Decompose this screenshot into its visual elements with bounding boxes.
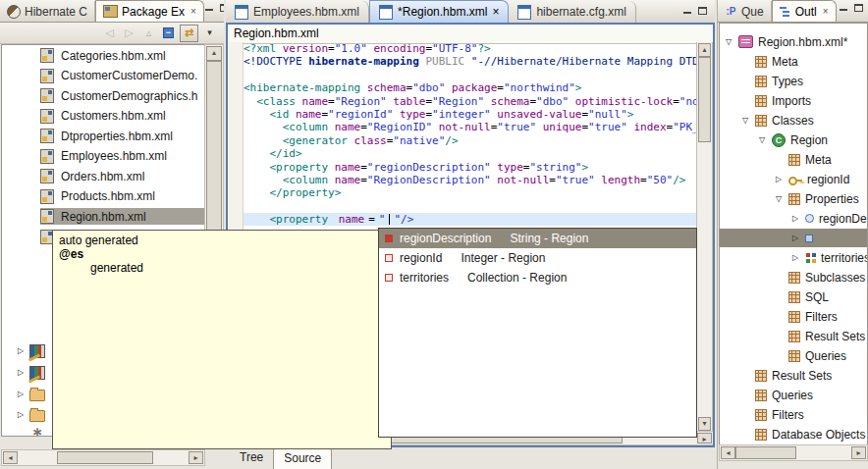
expand-icon[interactable]: ▷ [16,346,26,355]
file-item-customers-hbm-xml[interactable]: Customers.hbm.xml [2,107,205,126]
outline-item-imports[interactable]: Imports [720,91,867,110]
grid-icon [755,56,767,68]
outline-item-classes[interactable]: ▽Classes [720,111,867,130]
up-icon[interactable]: ▵ [140,26,157,41]
grid-icon [788,193,800,205]
outline-item-meta[interactable]: Meta [720,150,867,169]
completion-doc-tooltip: auto generated @es generated [52,230,392,449]
maximize-icon[interactable] [853,3,864,13]
outline-item-region-hbm-xml[interactable]: ▽Region.hbm.xml* [720,32,867,51]
view-tab-que[interactable]: Que [718,1,772,22]
minimize-icon[interactable] [204,3,215,13]
page-tab-source[interactable]: Source [273,447,332,469]
scroll-right-icon[interactable]: ▸ [189,451,203,464]
scrollbar-thumb[interactable] [698,57,711,142]
expand-icon[interactable]: ▷ [774,175,784,183]
editor-tab-region-hbm-xml[interactable]: *Region.hbm.xml× [369,0,509,23]
left-tree-horizontal-scrollbar[interactable]: ◂ ▸ [1,449,205,466]
outline-item-filters[interactable]: Filters [720,307,867,326]
code-line: <generator class="native"/> [244,134,697,147]
close-icon[interactable]: × [823,6,829,17]
outline-item-regiondescription[interactable]: ▷regionDescription [720,209,867,228]
hbm-file-icon [40,129,54,143]
outline-item-result-sets[interactable]: Result Sets [720,366,867,385]
outline-horizontal-scrollbar[interactable]: ◂ ▸ [719,444,868,461]
class-icon [772,133,786,147]
grid-icon [755,409,767,421]
expand-icon[interactable]: ▷ [16,390,26,398]
tab-label: Outl [795,5,817,19]
editor-vertical-scrollbar[interactable]: ▴ ▾ [696,42,713,432]
completion-item-regiondescription[interactable]: regionDescriptionString - Region [379,229,696,248]
xml-file-icon [235,5,248,20]
outline-item-region[interactable]: ▽Region [720,130,867,149]
outline-item-properties[interactable]: ▽Properties [720,189,867,208]
scroll-right-icon[interactable]: ▸ [697,433,712,443]
scroll-right-icon[interactable]: ▸ [851,446,866,459]
scroll-left-icon[interactable]: ◂ [3,451,18,464]
file-item-orders-hbm-xml[interactable]: Orders.hbm.xml [2,167,205,185]
page-tab-tree[interactable]: Tree [230,447,273,469]
back-icon[interactable]: ◁ [101,26,118,41]
view-menu-icon[interactable]: ▾ [201,26,218,41]
expand-icon[interactable]: ▷ [16,368,26,377]
view-tab-hibernate-c[interactable]: Hibernate C [0,1,95,22]
editor-tab-hibernate-cfg-xml[interactable]: hibernate.cfg.xml [509,1,635,23]
outline-item-filters[interactable]: Filters [720,405,867,424]
outline-item-result-sets[interactable]: Result Sets [720,327,867,345]
editor-breadcrumb: Region.hbm.xml [228,25,713,44]
outline-item-new-property[interactable]: ▷ [720,229,867,247]
close-icon[interactable]: × [492,5,499,19]
outline-item-queries[interactable]: Queries [720,386,867,404]
outline-item-territories[interactable]: ▷territories [720,248,867,267]
completion-item-territories[interactable]: territoriesCollection - Region [379,268,696,287]
outline-item-types[interactable]: Types [720,72,867,90]
collapse-icon[interactable]: ▽ [774,194,784,203]
scrollbar-thumb[interactable] [57,451,153,464]
code-line: <hibernate-mapping schema="dbo" package=… [244,81,697,94]
collapse-icon[interactable]: ▽ [757,135,767,144]
completion-item-regionid[interactable]: regionIdInteger - Region [379,248,696,268]
link-with-editor-icon[interactable]: ⇄ [180,25,198,42]
expand-icon[interactable]: ▷ [16,410,26,419]
grid-icon [788,291,800,303]
file-item-employees-hbm-xml[interactable]: Employees.hbm.xml [2,147,205,166]
outline-item-regionid[interactable]: ▷regionId [720,170,867,188]
file-item-customerdemographics-h[interactable]: CustomerDemographics.h [2,86,205,105]
scroll-left-icon[interactable]: ◂ [721,446,735,459]
code-line [244,69,697,81]
forward-icon[interactable]: ▷ [121,26,137,41]
file-item-categories-hbm-xml[interactable]: Categories.hbm.xml [2,46,205,65]
outline-item-queries[interactable]: Queries [720,346,867,365]
file-item-customercustomerdemo[interactable]: CustomerCustomerDemo. [2,67,205,85]
collapse-icon[interactable]: ▽ [724,37,733,46]
minimize-icon[interactable] [682,6,693,16]
expand-icon[interactable]: ▷ [790,253,800,262]
outline-item-sql[interactable]: SQL [720,287,867,306]
grid-icon [755,95,767,107]
editor-tab-employees-hbm-xml[interactable]: Employees.hbm.xml [226,1,369,23]
library-icon [29,366,45,380]
scrollbar-thumb[interactable] [735,446,796,459]
close-icon[interactable]: × [190,6,196,17]
maximize-icon[interactable] [697,6,708,16]
file-item-products-hbm-xml[interactable]: Products.hbm.xml [2,187,205,206]
grid-icon [755,115,767,127]
minimize-icon[interactable] [839,3,849,13]
folder-icon [29,390,45,401]
scroll-down-icon[interactable]: ▾ [698,417,711,431]
collapse-icon[interactable]: ▽ [740,116,750,125]
outline-label: territories [821,251,868,265]
expand-icon[interactable]: ▷ [790,234,800,242]
file-item-region-hbm-xml[interactable]: Region.hbm.xml [2,207,205,226]
view-tab-outl[interactable]: Outl× [772,0,837,22]
expand-icon[interactable]: ▷ [790,214,800,223]
file-item-dtproperties-hbm-xml[interactable]: Dtproperties.hbm.xml [2,127,205,145]
view-tab-package-ex[interactable]: Package Ex× [95,0,204,22]
scroll-up-icon[interactable]: ▴ [698,43,711,57]
scroll-up-icon[interactable]: ▴ [206,46,222,61]
outline-item-database-objects[interactable]: Database Objects [720,425,867,443]
outline-item-meta[interactable]: Meta [720,52,867,71]
outline-item-subclasses[interactable]: Subclasses [720,268,867,287]
collapse-all-icon[interactable]: − [160,26,177,41]
